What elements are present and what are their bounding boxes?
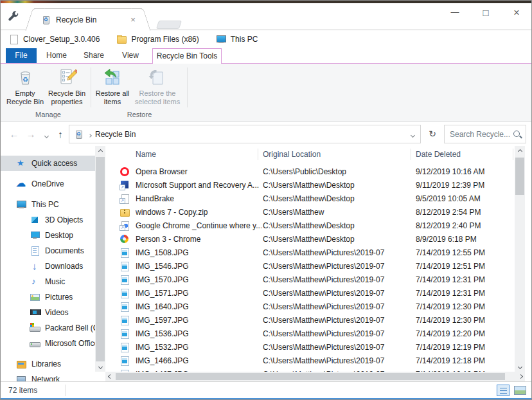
maximize-icon[interactable] (480, 7, 492, 19)
refresh-icon[interactable] (425, 125, 440, 143)
table-row[interactable]: windows 7 - Copy.zip C:\Users\Matthew 8/… (105, 206, 515, 219)
image-file-icon (120, 275, 130, 285)
table-row[interactable]: IMG_1571.JPG C:\Users\Matthew\Pictures\2… (105, 287, 515, 300)
explorer-tab[interactable]: Recycle Bin (34, 8, 142, 31)
bookmark-program-files[interactable]: Program Files (x86) (116, 34, 199, 44)
table-row[interactable]: IMG_1570.JPG C:\Users\Matthew\Pictures\2… (105, 273, 515, 287)
recycle-bin-favicon (40, 15, 51, 25)
up-icon[interactable] (55, 122, 66, 146)
table-row[interactable]: Microsoft Support and Recovery A... C:\U… (105, 179, 515, 192)
bookmark-this-pc[interactable]: This PC (216, 34, 258, 44)
column-header-date-deleted[interactable]: Date Deleted (416, 146, 461, 163)
list-vertical-scrollbar[interactable] (515, 146, 525, 372)
sidebar-item-downloads[interactable]: Downloads (1, 259, 95, 274)
table-row[interactable]: Google Chrome _Continue where y... C:\Us… (105, 219, 515, 233)
documents-icon (30, 246, 40, 256)
tab-close-icon[interactable] (128, 15, 138, 25)
minimize-icon[interactable] (449, 7, 461, 19)
scroll-down-icon[interactable] (95, 361, 105, 372)
scroll-right-icon[interactable] (516, 372, 525, 381)
list-horizontal-scrollbar[interactable] (105, 372, 525, 381)
column-divider[interactable] (258, 149, 258, 160)
row-date: 7/14/2019 12:30 PM (416, 314, 512, 327)
recent-locations-chevron-icon[interactable] (40, 122, 52, 146)
table-row[interactable]: Person 3 - Chrome C:\Users\Matthew\Deskt… (105, 233, 515, 246)
tab-recycle-bin-tools[interactable]: Recycle Bin Tools (152, 48, 222, 64)
column-divider[interactable] (411, 149, 411, 160)
button-label: Restore all items (96, 89, 130, 105)
sidebar-item-pictures[interactable]: Pictures (1, 289, 95, 305)
row-location: C:\Users\Matthew\Pictures\2019-07 (263, 327, 412, 341)
bookmark-clover-setup[interactable]: Clover_Setup_3.0.406 (8, 34, 100, 44)
table-row[interactable]: IMG_1536.JPG C:\Users\Matthew\Pictures\2… (105, 327, 515, 341)
close-icon[interactable] (511, 7, 522, 19)
sidebar-item-libraries[interactable]: Libraries (1, 356, 95, 372)
table-row[interactable]: IMG_1546.JPG C:\Users\Matthew\Pictures\2… (105, 260, 515, 273)
scroll-left-icon[interactable] (105, 372, 114, 381)
bookmark-label: Program Files (x86) (131, 35, 199, 44)
row-location: C:\Users\Matthew\Desktop (263, 233, 412, 246)
sidebar-item-this-pc[interactable]: This PC (1, 197, 95, 212)
wrench-icon[interactable] (7, 11, 20, 24)
column-divider[interactable] (513, 149, 513, 160)
table-row[interactable]: IMG_1466.JPG C:\Users\Matthew\Pictures\2… (105, 354, 515, 368)
sidebar-item-documents[interactable]: Documents (1, 243, 95, 259)
column-header-original-location[interactable]: Original Location (263, 146, 321, 163)
table-row[interactable]: IMG_1508.JPG C:\Users\Matthew\Pictures\2… (105, 246, 515, 260)
address-dropdown-icon[interactable] (405, 130, 420, 139)
3d-objects-icon (30, 215, 40, 225)
search-icon[interactable] (513, 130, 522, 139)
sidebar-item-network[interactable]: Network (1, 372, 95, 381)
table-row[interactable]: IMG_1597.JPG C:\Users\Matthew\Pictures\2… (105, 314, 515, 327)
table-row[interactable]: IMG_1532.JPG C:\Users\Matthew\Pictures\2… (105, 341, 515, 354)
sidebar-item-quick-access[interactable]: Quick access (1, 156, 95, 171)
desktop-icon (30, 230, 40, 241)
table-row[interactable]: Opera Browser C:\Users\Public\Desktop 9/… (105, 165, 515, 179)
sidebar-scrollbar[interactable] (95, 146, 105, 372)
msra-icon (120, 180, 130, 190)
tab-file[interactable]: File (6, 48, 37, 63)
sidebar-item-music[interactable]: Music (1, 274, 95, 289)
new-tab-button[interactable] (156, 21, 182, 29)
tab-view[interactable]: View (116, 48, 145, 63)
breadcrumb[interactable]: Recycle Bin (95, 130, 405, 139)
search-input[interactable] (448, 129, 513, 140)
row-date: 7/14/2019 12:31 PM (416, 273, 512, 287)
scroll-up-icon[interactable] (515, 146, 525, 156)
recycle-bin-properties-button[interactable]: Recycle Bin properties (46, 67, 88, 106)
empty-recycle-bin-button[interactable]: ♻ Empty Recycle Bin (6, 67, 44, 106)
scrollbar-thumb[interactable] (515, 158, 524, 195)
scroll-up-icon[interactable] (95, 146, 105, 156)
sidebar-item-packard-bell-c[interactable]: Packard Bell (C:) (1, 320, 95, 336)
restore-selected-items-button[interactable]: Restore the selected items (132, 67, 183, 106)
empty-recycle-bin-icon: ♻ (6, 67, 44, 87)
address-bar[interactable]: Recycle Bin (69, 125, 421, 143)
tab-title: Recycle Bin (56, 15, 128, 24)
sidebar-item-3d-objects[interactable]: 3D Objects (1, 212, 95, 228)
back-icon[interactable] (8, 122, 20, 146)
tab-home[interactable]: Home (42, 48, 71, 63)
sidebar-item-microsoft-office[interactable]: Microsoft Office (1, 336, 95, 351)
sidebar-item-desktop[interactable]: Desktop (1, 228, 95, 243)
table-row[interactable]: HandBrake C:\Users\Matthew\Desktop 9/5/2… (105, 192, 515, 206)
sidebar-item-onedrive[interactable]: OneDrive (1, 176, 95, 192)
row-location: C:\Users\Matthew\Pictures\2019-07 (263, 273, 412, 287)
scrollbar-thumb[interactable] (96, 157, 105, 361)
sidebar-item-label: Quick access (31, 159, 77, 168)
bookmarks-bar: Clover_Setup_3.0.406 Program Files (x86)… (1, 30, 531, 48)
scrollbar-thumb[interactable] (116, 373, 505, 380)
table-row[interactable]: IMG_1640.JPG C:\Users\Matthew\Pictures\2… (105, 300, 515, 314)
tab-share[interactable]: Share (79, 48, 109, 63)
details-view-button[interactable] (497, 385, 510, 396)
navigation-pane: Quick access OneDrive This PC 3D Objects… (1, 146, 95, 381)
sidebar-item-videos[interactable]: Videos (1, 305, 95, 320)
restore-all-items-button[interactable]: Restore all items (94, 67, 130, 106)
column-header-name[interactable]: Name (136, 146, 156, 163)
image-file-icon (120, 248, 130, 258)
large-icons-view-button[interactable] (513, 385, 526, 396)
scroll-down-icon[interactable] (515, 361, 525, 372)
restore-selected-items-icon (132, 67, 183, 87)
forward-icon[interactable] (25, 122, 37, 146)
tab-bar: Recycle Bin (1, 3, 531, 30)
group-label-manage: Manage (6, 111, 91, 120)
